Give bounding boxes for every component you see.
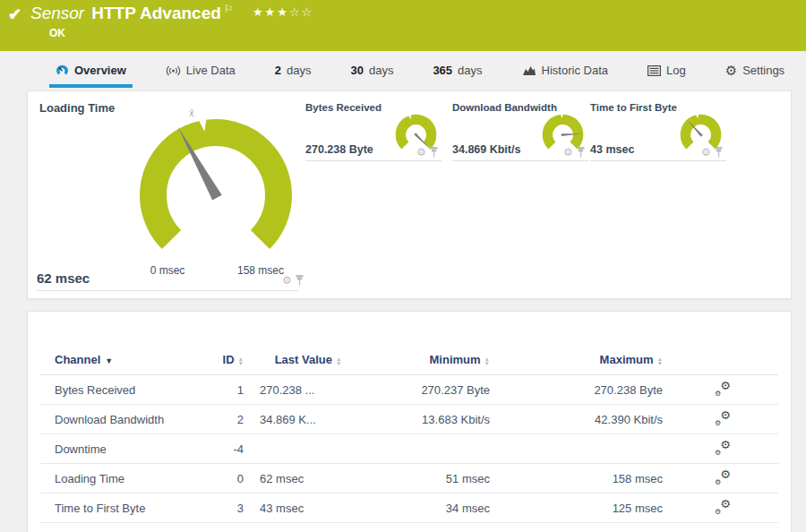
pin-icon[interactable] xyxy=(715,147,723,158)
pin-icon[interactable] xyxy=(430,147,438,158)
column-header-maximum[interactable]: Maximum▲▼ xyxy=(494,353,667,375)
broadcast-icon xyxy=(166,65,181,76)
sensor-title: HTTP Advanced xyxy=(91,4,221,22)
tab-log[interactable]: Log xyxy=(641,56,692,88)
channel-settings-icon[interactable]: ⚙⚙ xyxy=(715,411,731,425)
channel-id: 1 xyxy=(206,375,244,405)
widget-settings-icon[interactable]: ⚙ xyxy=(282,275,292,286)
widget-bytes-received[interactable]: Bytes Received 270.238 Byte ⚙ xyxy=(305,102,442,161)
channel-id: 2 xyxy=(206,405,244,434)
widget-time-to-first-byte[interactable]: Time to First Byte 43 msec ⚙ xyxy=(590,102,726,161)
tab-overview[interactable]: Overview xyxy=(49,56,133,88)
channel-minimum: 34 msec xyxy=(403,493,494,523)
tab-bar: Overview Live Data 2 days 30 days 365 da… xyxy=(0,56,806,88)
sort-icon: ▲▼ xyxy=(238,356,244,365)
channel-id: 0 xyxy=(206,464,244,493)
channel-id: 3 xyxy=(206,493,244,523)
table-row[interactable]: Time to First Byte 3 43 msec 34 msec 125… xyxy=(40,493,778,523)
primary-gauge-value: 62 msec xyxy=(37,270,90,286)
channel-last-value: 62 msec xyxy=(244,464,403,493)
sort-icon: ▲▼ xyxy=(336,356,341,365)
channel-last-value: 270.238 ... xyxy=(244,375,403,405)
channel-settings-icon[interactable]: ⚙⚙ xyxy=(715,382,731,396)
priority-stars[interactable]: ★★★☆☆ xyxy=(253,5,313,19)
settings-gear-icon: ⚙ xyxy=(725,64,737,77)
gauge-min-label: 0 msec xyxy=(150,264,185,277)
gauge-max-label: 158 msec xyxy=(237,264,284,277)
column-header-last-value[interactable]: Last Value▲▼ xyxy=(244,353,403,375)
channel-minimum: 270.237 Byte xyxy=(403,375,494,405)
channel-maximum: 125 msec xyxy=(494,493,667,523)
status-badge: OK xyxy=(49,27,65,39)
channel-maximum: 42.390 Kbit/s xyxy=(494,405,667,434)
table-row[interactable]: Downtime -4 ⚙⚙ xyxy=(40,434,778,464)
sensor-status-header: ✔ SensorHTTP Advanced⚐ ★★★☆☆ OK xyxy=(0,0,806,51)
widget-settings-icon[interactable]: ⚙ xyxy=(563,147,573,158)
channel-name[interactable]: Downtime xyxy=(40,434,206,464)
widget-value: 270.238 Byte xyxy=(305,143,373,156)
sort-desc-icon: ▼ xyxy=(105,356,113,365)
historic-chart-icon xyxy=(522,64,536,76)
channel-name[interactable]: Download Bandwidth xyxy=(40,405,206,434)
status-check-icon: ✔ xyxy=(8,4,21,24)
channel-last-value xyxy=(244,434,403,464)
widget-value: 43 msec xyxy=(590,143,634,156)
primary-gauge-title: Loading Time xyxy=(39,101,115,115)
column-header-actions xyxy=(667,353,778,375)
channel-last-value: 34.869 K... xyxy=(244,405,403,434)
channel-name[interactable]: Loading Time xyxy=(40,464,206,493)
widget-value: 34.869 Kbit/s xyxy=(452,143,520,156)
tab-settings[interactable]: ⚙ Settings xyxy=(719,56,791,88)
table-row[interactable]: Bytes Received 1 270.238 ... 270.237 Byt… xyxy=(40,375,778,405)
widget-download-bandwidth[interactable]: Download Bandwidth 34.869 Kbit/s ⚙ xyxy=(452,102,588,161)
column-header-channel[interactable]: Channel▼ xyxy=(40,353,206,375)
channel-settings-icon[interactable]: ⚙⚙ xyxy=(715,441,731,455)
tab-historic-data[interactable]: Historic Data xyxy=(516,56,614,88)
tab-2-days[interactable]: 2 days xyxy=(269,56,318,88)
gauges-panel: Loading Time x̄ 0 msec 158 msec 62 msec … xyxy=(27,90,792,299)
average-marker-label: x̄ xyxy=(190,108,194,118)
column-header-minimum[interactable]: Minimum▲▼ xyxy=(403,353,494,375)
channel-table: Channel▼ ID▲▼ Last Value▲▼ Minimum▲▼ Max… xyxy=(40,353,778,523)
channel-name[interactable]: Bytes Received xyxy=(40,375,206,405)
widget-divider xyxy=(37,290,298,291)
sort-icon: ▲▼ xyxy=(657,356,663,365)
channel-maximum: 270.238 Byte xyxy=(494,375,667,405)
loading-time-gauge[interactable] xyxy=(126,106,305,285)
sort-icon: ▲▼ xyxy=(484,356,490,365)
object-type-label: Sensor xyxy=(30,4,84,22)
channel-minimum: 51 msec xyxy=(403,464,494,493)
channel-last-value: 43 msec xyxy=(244,493,403,523)
pin-icon[interactable] xyxy=(296,275,304,286)
tab-live-data[interactable]: Live Data xyxy=(159,56,242,88)
pin-icon[interactable] xyxy=(577,147,585,158)
channel-maximum: 158 msec xyxy=(494,464,667,493)
priority-flag-icon[interactable]: ⚐ xyxy=(224,3,234,15)
gauge-icon xyxy=(56,64,69,77)
log-icon xyxy=(647,65,661,76)
channel-settings-icon[interactable]: ⚙⚙ xyxy=(715,500,731,514)
tab-30-days[interactable]: 30 days xyxy=(344,56,399,88)
channel-name[interactable]: Time to First Byte xyxy=(40,493,206,523)
widget-settings-icon[interactable]: ⚙ xyxy=(416,147,426,158)
channels-panel: Channel▼ ID▲▼ Last Value▲▼ Minimum▲▼ Max… xyxy=(27,311,792,532)
channel-id: -4 xyxy=(206,434,244,464)
channel-maximum xyxy=(494,434,667,464)
tab-365-days[interactable]: 365 days xyxy=(426,56,488,88)
channel-minimum xyxy=(403,434,494,464)
column-header-id[interactable]: ID▲▼ xyxy=(206,353,244,375)
table-row[interactable]: Loading Time 0 62 msec 51 msec 158 msec … xyxy=(40,464,778,493)
channel-minimum: 13.683 Kbit/s xyxy=(403,405,494,434)
widget-settings-icon[interactable]: ⚙ xyxy=(701,147,711,158)
channel-settings-icon[interactable]: ⚙⚙ xyxy=(715,470,731,485)
table-row[interactable]: Download Bandwidth 2 34.869 K... 13.683 … xyxy=(40,405,778,434)
